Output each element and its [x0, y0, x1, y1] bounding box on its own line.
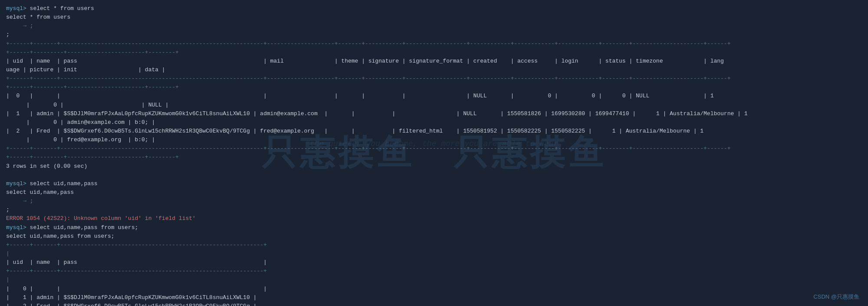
table-row: | 2 | Fred | $S$DWGrxef6.D0cwB5Ts.GlnLw1…: [6, 302, 862, 306]
terminal-line: ;: [6, 30, 862, 39]
terminal-line: select uid,name,pass: [6, 188, 862, 197]
terminal-line: → ;: [6, 197, 862, 206]
table-separator: +------+-------+------------------------…: [6, 40, 862, 48]
terminal-line: ;: [6, 206, 862, 214]
table-separator-right: |: [6, 249, 862, 258]
result-count: 3 rows in set (0.00 sec): [6, 162, 862, 171]
table-separator: +------+-------+------------------------…: [6, 241, 862, 249]
blank-line: [6, 171, 862, 180]
terminal-line: select uid,name,pass from users;: [6, 232, 862, 241]
table-separator: +------+-------+------------------------…: [6, 144, 862, 153]
terminal-line: → ;: [6, 22, 862, 30]
table-separator: +------+-------+------------------------…: [6, 267, 862, 276]
terminal: mysql> select * from users select * from…: [6, 4, 862, 306]
table-row: | 1 | admin | $S$DJlM0mrafPJxAaL0pfcRupK…: [6, 110, 862, 118]
table-row-cont: | 0 | | NULL |: [6, 101, 862, 110]
table-header: | uid | name | pass | mail | theme | sig…: [6, 57, 862, 66]
table-row: | 2 | Fred | $S$DWGrxef6.D0cwB5Ts.GlnLw1…: [6, 127, 862, 136]
table-row-cont: | 0 | fred@example.org | b:0; |: [6, 136, 862, 144]
terminal-line: mysql> select uid,name,pass from users;: [6, 223, 862, 232]
table-separator: +------+---------+----------------------…: [6, 153, 862, 162]
table-header-cont: uage | picture | init | data |: [6, 66, 862, 74]
table-row: | 1 | admin | $S$DJlM0mrafPJxAaL0pfcRupK…: [6, 293, 862, 302]
table-header: | uid | name | pass |: [6, 258, 862, 267]
terminal-line: mysql> select * from users: [6, 4, 862, 13]
branding-label: CSDN @只惠摸鱼: [813, 293, 859, 301]
table-row: | 0 | | | | | | | NULL | 0 | 0 | 0 | NUL…: [6, 92, 862, 100]
table-row-cont: | 0 | admin@example.com | b:0; |: [6, 118, 862, 127]
table-separator: +------+---------+----------------------…: [6, 83, 862, 92]
table-separator: +------+---------+----------------------…: [6, 48, 862, 57]
table-row: | 0 | | |: [6, 285, 862, 293]
table-separator: +------+-------+------------------------…: [6, 74, 862, 83]
terminal-line: mysql> select uid,name,pass: [6, 180, 862, 188]
table-separator-right: |: [6, 276, 862, 284]
terminal-line: select * from users: [6, 13, 862, 22]
error-line: ERROR 1054 (42S22): Unknown column 'uid'…: [6, 214, 862, 223]
